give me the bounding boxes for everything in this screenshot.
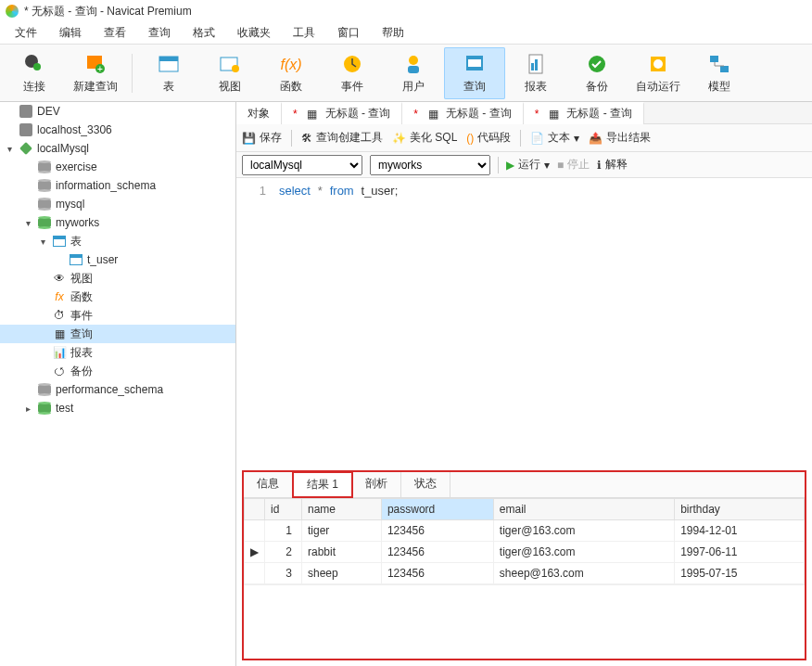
app-icon: [6, 5, 19, 18]
conn-dev[interactable]: DEV: [0, 102, 235, 121]
menu-tools[interactable]: 工具: [284, 23, 324, 43]
node-reports[interactable]: 📊报表: [0, 343, 235, 362]
cell-id[interactable]: 2: [265, 542, 302, 563]
database-icon: [37, 197, 52, 211]
run-button[interactable]: ▶运行▾: [506, 157, 550, 173]
tab-query-2[interactable]: ▦无标题 - 查询: [402, 102, 523, 124]
export-button[interactable]: 📤导出结果: [589, 130, 651, 146]
tab-query-1[interactable]: ▦无标题 - 查询: [282, 102, 402, 124]
tab-info[interactable]: 信息: [244, 472, 293, 497]
database-select[interactable]: myworks: [370, 155, 490, 175]
result-tabs: 信息 结果 1 剖析 状态: [244, 472, 805, 498]
new-query-icon: +: [82, 51, 108, 77]
tool-newquery[interactable]: + 新建查询: [65, 47, 126, 99]
tool-backup[interactable]: 备份: [566, 47, 628, 99]
tab-objects[interactable]: 对象: [236, 102, 282, 124]
db-test[interactable]: ▸test: [0, 399, 235, 417]
tool-model[interactable]: 模型: [689, 47, 750, 99]
node-views[interactable]: 👁视图: [0, 269, 235, 288]
chevron-down-icon[interactable]: ▾: [22, 218, 33, 228]
node-functions[interactable]: fx函数: [0, 288, 235, 306]
table-row[interactable]: 1tiger123456tiger@163.com1994-12-01: [245, 520, 805, 542]
query-builder-button[interactable]: 🛠查询创建工具: [301, 130, 383, 146]
table-t-user[interactable]: t_user: [0, 250, 235, 269]
cell-name[interactable]: rabbit: [302, 542, 382, 563]
cell-email[interactable]: tiger@163.com: [493, 542, 674, 563]
chevron-down-icon[interactable]: ▾: [37, 237, 48, 247]
tool-user[interactable]: 用户: [383, 47, 444, 99]
sql-editor[interactable]: 1select * from t_user;: [236, 178, 812, 465]
query-tab-icon: ▦: [425, 107, 440, 122]
col-email[interactable]: email: [493, 499, 674, 520]
cell-birthday[interactable]: 1995-07-15: [675, 563, 805, 584]
tool-function[interactable]: f(x) 函数: [260, 47, 322, 99]
chevron-down-icon[interactable]: ▾: [4, 144, 15, 154]
tool-auto[interactable]: 自动运行: [628, 47, 689, 99]
menu-format[interactable]: 格式: [184, 23, 224, 43]
menu-file[interactable]: 文件: [6, 23, 46, 43]
cell-birthday[interactable]: 1994-12-01: [675, 520, 805, 542]
cell-email[interactable]: tiger@163.com: [493, 520, 674, 542]
menu-favorites[interactable]: 收藏夹: [228, 23, 280, 43]
cell-birthday[interactable]: 1997-06-11: [675, 542, 805, 563]
report-icon: 📊: [52, 345, 67, 360]
node-events[interactable]: ⏱事件: [0, 306, 235, 325]
table-row[interactable]: 3sheep123456sheep@163.com1995-07-15: [245, 563, 805, 584]
tool-event[interactable]: 事件: [322, 47, 383, 99]
save-button[interactable]: 💾保存: [242, 130, 282, 146]
stop-button[interactable]: ■停止: [557, 157, 590, 173]
tool-report[interactable]: 报表: [505, 47, 566, 99]
snippet-button[interactable]: ()代码段: [466, 130, 511, 146]
col-id[interactable]: id: [265, 499, 302, 520]
menu-help[interactable]: 帮助: [373, 23, 413, 43]
node-queries[interactable]: ▦查询: [0, 325, 235, 343]
db-myworks[interactable]: ▾myworks: [0, 213, 235, 232]
tool-connect[interactable]: 连接: [4, 47, 65, 99]
db-performance-schema[interactable]: performance_schema: [0, 380, 235, 399]
tool-query[interactable]: 查询: [444, 47, 505, 99]
cell-password[interactable]: 123456: [381, 542, 493, 563]
tab-query-3[interactable]: ▦无标题 - 查询: [524, 102, 644, 124]
wand-icon: ✨: [392, 132, 406, 145]
tool-view[interactable]: 视图: [199, 47, 260, 99]
mysql-conn-icon: [19, 141, 33, 156]
menu-edit[interactable]: 编辑: [50, 23, 91, 43]
chevron-right-icon[interactable]: ▸: [22, 403, 33, 414]
col-password[interactable]: password: [381, 499, 493, 520]
menu-window[interactable]: 窗口: [328, 23, 369, 43]
cell-password[interactable]: 123456: [381, 520, 493, 542]
db-information-schema[interactable]: information_schema: [0, 176, 235, 195]
table-row[interactable]: ▶2rabbit123456tiger@163.com1997-06-11: [245, 542, 805, 563]
svg-rect-21: [710, 56, 718, 62]
cell-id[interactable]: 3: [265, 563, 302, 584]
cell-email[interactable]: sheep@163.com: [493, 563, 674, 584]
menu-view[interactable]: 查看: [95, 23, 135, 43]
conn-localmysql[interactable]: ▾localMysql: [0, 139, 235, 158]
conn-localhost[interactable]: localhost_3306: [0, 121, 235, 139]
db-exercise[interactable]: exercise: [0, 158, 235, 176]
tab-status[interactable]: 状态: [401, 472, 450, 497]
col-name[interactable]: name: [302, 499, 382, 520]
cell-password[interactable]: 123456: [381, 563, 493, 584]
tool-table[interactable]: 表: [138, 47, 199, 99]
tab-result-1[interactable]: 结果 1: [292, 471, 353, 498]
cell-name[interactable]: tiger: [302, 520, 382, 542]
main-toolbar: 连接 + 新建查询 表 视图 f(x) 函数 事件 用户 查询 报表 备份 自动…: [0, 45, 812, 102]
cell-name[interactable]: sheep: [302, 563, 382, 584]
model-icon: [706, 51, 732, 77]
tab-profile[interactable]: 剖析: [352, 472, 401, 497]
menu-query[interactable]: 查询: [139, 23, 180, 43]
db-mysql[interactable]: mysql: [0, 195, 235, 213]
connection-select[interactable]: localMysql: [242, 155, 362, 175]
result-grid[interactable]: id name password email birthday 1tiger12…: [244, 498, 805, 584]
text-button[interactable]: 📄文本▾: [530, 130, 579, 146]
table-icon: [69, 252, 83, 267]
explain-button[interactable]: ℹ解释: [597, 157, 628, 173]
connection-tree[interactable]: DEV localhost_3306 ▾localMysql exercise …: [0, 102, 236, 666]
node-backups[interactable]: ⭯备份: [0, 362, 235, 380]
cell-id[interactable]: 1: [265, 520, 302, 542]
svg-text:+: +: [97, 64, 103, 74]
col-birthday[interactable]: birthday: [675, 499, 805, 520]
beautify-button[interactable]: ✨美化 SQL: [392, 130, 457, 146]
node-tables[interactable]: ▾表: [0, 232, 235, 250]
